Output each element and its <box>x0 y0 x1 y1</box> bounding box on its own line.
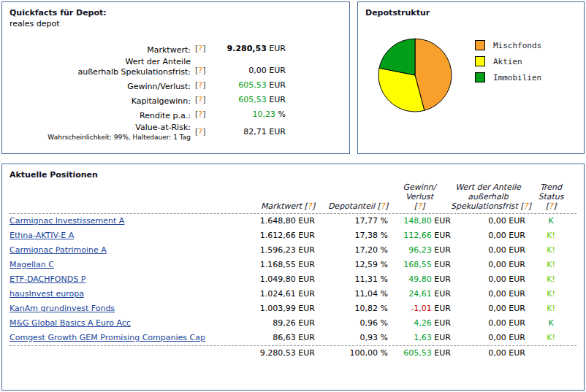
quickfact-value: 605,53 EUR <box>213 79 286 92</box>
cell-marktwert: 86,63 EUR <box>243 331 315 345</box>
cell-gewinn-verlust: -1,01 EUR <box>388 301 451 316</box>
total-row: 9.280,53 EUR100,00 %605,53 EUR0,00 EUR <box>9 346 577 361</box>
cell-name: Comgest Growth GEM Promising Companies C… <box>9 331 243 345</box>
quickfact-row: Kapitalgewinn:[?]605,53 EUR <box>2 93 349 107</box>
help-icon[interactable]: [?] <box>305 201 315 211</box>
cell-trend-status <box>525 346 577 361</box>
cell-name: Ethna-AKTIV-E A <box>9 228 243 243</box>
legend-label: Aktien <box>493 57 522 66</box>
column-header-depotanteil: Depotanteil [?] <box>315 181 388 213</box>
quickfacts-rows: Marktwert:[?]9.280,53 EURWert der Anteil… <box>2 42 349 142</box>
position-link[interactable]: Carmignac Investissement A <box>9 216 124 226</box>
positions-table-header: Marktwert [?]Depotanteil [?]Gewinn/Verlu… <box>9 181 577 213</box>
position-link[interactable]: ETF-DACHFONDS P <box>9 274 85 284</box>
trend-status: K! <box>547 333 555 342</box>
help-icon[interactable]: [?] <box>195 44 205 53</box>
cell-trend-status: K <box>525 316 577 331</box>
cell-trend-status: K! <box>525 243 577 258</box>
cell-gewinn-verlust: 4,26 EUR <box>388 316 451 331</box>
cell-name: ETF-DACHFONDS P <box>9 272 243 287</box>
cell-name: Magellan C <box>9 258 243 272</box>
cell-marktwert: 1.596,23 EUR <box>243 243 315 258</box>
depotstruktur-panel: Depotstruktur MischfondsAktienImmobilien <box>357 1 585 154</box>
cell-marktwert: 1.003,99 EUR <box>243 301 315 316</box>
help-icon[interactable]: [?] <box>414 201 425 211</box>
quickfact-help: [?] <box>191 79 213 92</box>
cell-name: Carmignac Investissement A <box>9 214 243 228</box>
cell-gewinn-verlust: 605,53 EUR <box>388 346 451 361</box>
position-link[interactable]: Ethna-AKTIV-E A <box>9 231 74 240</box>
quickfact-label: Rendite p.a.: <box>7 111 191 121</box>
depotstruktur-title: Depotstruktur <box>358 2 584 18</box>
cell-gewinn-verlust: 1,63 EUR <box>388 331 451 345</box>
quickfact-label: Kapitalgewinn: <box>7 96 191 107</box>
cell-name: Carmignac Patrimoine A <box>9 243 243 258</box>
cell-name <box>9 346 243 361</box>
positions-title: Aktuelle Positionen <box>2 164 584 180</box>
cell-marktwert: 1.049,80 EUR <box>243 272 315 287</box>
cell-depotanteil: 10,82 % <box>315 301 388 316</box>
cell-wert-anteile: 0,00 EUR <box>451 214 525 228</box>
cell-trend-status: K <box>525 214 577 228</box>
pie-chart <box>374 34 456 116</box>
cell-gewinn-verlust: 168,55 EUR <box>388 258 451 272</box>
table-row: Carmignac Investissement A1.648,80 EUR17… <box>9 214 577 228</box>
column-header-gv: Gewinn/Verlust[?] <box>388 181 451 213</box>
cell-trend-status: K! <box>525 272 577 287</box>
positions-table-body: Carmignac Investissement A1.648,80 EUR17… <box>9 213 577 361</box>
column-header-wert: Wert der AnteileaußerhalbSpekulationsfri… <box>451 181 525 213</box>
trend-status: K! <box>547 304 555 313</box>
cell-depotanteil: 0,93 % <box>315 331 388 345</box>
quickfacts-title: Quickfacts für Depot: <box>2 2 349 18</box>
cell-depotanteil: 17,38 % <box>315 228 388 243</box>
cell-marktwert: 89,26 EUR <box>243 316 315 331</box>
help-icon[interactable]: [?] <box>520 201 530 211</box>
trend-status: K! <box>547 289 555 299</box>
quickfact-help: [?] <box>191 64 213 77</box>
trend-status: K! <box>547 245 555 255</box>
help-icon[interactable]: [?] <box>195 109 205 119</box>
cell-depotanteil: 100,00 % <box>315 346 388 361</box>
position-link[interactable]: hausInvest europa <box>9 289 84 299</box>
quickfact-help: [?] <box>191 108 213 121</box>
position-link[interactable]: Comgest Growth GEM Promising Companies C… <box>9 333 205 342</box>
cell-trend-status: K! <box>525 258 577 272</box>
quickfacts-panel: Quickfacts für Depot: reales depot Markt… <box>1 1 350 154</box>
table-row: Magellan C1.168,55 EUR12,59 %168,55 EUR0… <box>9 258 577 272</box>
cell-trend-status: K! <box>525 301 577 316</box>
help-icon[interactable]: [?] <box>195 95 205 104</box>
quickfact-help: [?] <box>191 126 213 139</box>
cell-depotanteil: 11,31 % <box>315 272 388 287</box>
quickfact-value: 10,23 % <box>213 108 286 121</box>
table-row: Comgest Growth GEM Promising Companies C… <box>9 331 577 345</box>
quickfact-help: [?] <box>191 42 213 55</box>
position-link[interactable]: KanAm grundinvest Fonds <box>9 304 115 313</box>
positions-table: Marktwert [?]Depotanteil [?]Gewinn/Verlu… <box>9 181 577 361</box>
quickfact-row: Gewinn/Verlust:[?]605,53 EUR <box>2 79 349 92</box>
cell-gewinn-verlust: 24,61 EUR <box>388 287 451 301</box>
cell-gewinn-verlust: 49,80 EUR <box>388 272 451 287</box>
help-icon[interactable]: [?] <box>378 201 388 211</box>
cell-wert-anteile: 0,00 EUR <box>451 346 525 361</box>
trend-status: K <box>548 216 553 226</box>
column-header-trend: TrendStatus[?] <box>525 181 577 213</box>
cell-depotanteil: 11,04 % <box>315 287 388 301</box>
table-row: Carmignac Patrimoine A1.596,23 EUR17,20 … <box>9 243 577 258</box>
quickfact-value: 82,71 EUR <box>213 126 286 139</box>
depot-name: reales depot <box>2 18 349 28</box>
trend-status: K! <box>547 260 555 269</box>
cell-gewinn-verlust: 112,66 EUR <box>388 228 451 243</box>
quickfact-label: Wert der Anteileaußerhalb Spekulationsfr… <box>7 57 191 77</box>
position-link[interactable]: Carmignac Patrimoine A <box>9 245 107 255</box>
position-link[interactable]: Magellan C <box>9 260 54 269</box>
position-link[interactable]: M&G Global Basics A Euro Acc <box>9 318 131 328</box>
cell-marktwert: 9.280,53 EUR <box>243 346 315 361</box>
help-icon[interactable]: [?] <box>195 66 205 75</box>
help-icon[interactable]: [?] <box>546 201 556 211</box>
legend-swatch-aktien <box>475 56 485 66</box>
quickfact-row: Marktwert:[?]9.280,53 EUR <box>2 42 349 55</box>
column-header-name <box>9 181 243 213</box>
quickfact-label: Marktwert: <box>7 45 191 55</box>
help-icon[interactable]: [?] <box>195 127 205 137</box>
help-icon[interactable]: [?] <box>195 80 205 90</box>
